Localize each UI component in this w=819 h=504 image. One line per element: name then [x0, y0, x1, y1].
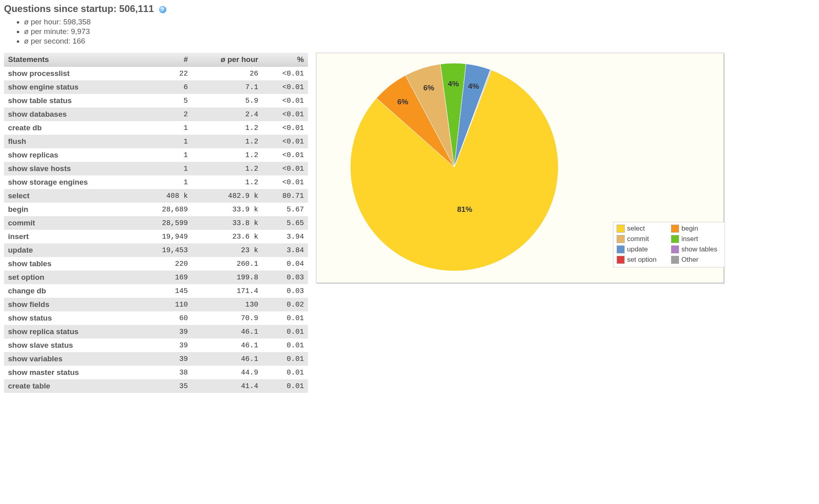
legend-item[interactable]: select: [617, 225, 667, 233]
stmt-count: 1: [140, 162, 192, 175]
stmt-percent: <0.01: [262, 67, 308, 81]
stmt-percent: <0.01: [262, 108, 308, 121]
stmt-count: 19,949: [140, 230, 192, 243]
legend-swatch: [617, 245, 625, 253]
stmt-percent: 0.02: [262, 298, 308, 311]
stmt-per-hour: 199.8: [192, 271, 262, 284]
legend-item[interactable]: insert: [671, 235, 721, 243]
col-per-hour[interactable]: ø per hour: [192, 53, 262, 67]
summary-per-hour: ø per hour: 598,358: [24, 18, 815, 26]
title-prefix: Questions since startup:: [4, 3, 119, 14]
stmt-name: show fields: [4, 298, 140, 311]
stmt-name: select: [4, 189, 140, 203]
legend-label: show tables: [681, 245, 717, 253]
stmt-count: 1: [140, 135, 192, 148]
col-percent[interactable]: %: [262, 53, 308, 67]
legend-item[interactable]: Other: [671, 256, 721, 264]
table-row: flush11.2<0.01: [4, 135, 308, 148]
stmt-name: set option: [4, 271, 140, 284]
stmt-count: 5: [140, 94, 192, 108]
stmt-per-hour: 26: [192, 67, 262, 81]
stmt-name: show variables: [4, 352, 140, 366]
stmt-per-hour: 44.9: [192, 366, 262, 379]
legend-label: begin: [681, 225, 698, 233]
stmt-per-hour: 46.1: [192, 339, 262, 352]
legend-item[interactable]: set option: [617, 256, 667, 264]
page-title: Questions since startup: 506,111 ?: [4, 3, 815, 14]
legend-label: select: [627, 225, 645, 233]
stmt-name: show tables: [4, 257, 140, 271]
legend-item[interactable]: show tables: [671, 245, 721, 253]
stmt-percent: 0.01: [262, 379, 308, 393]
table-row: commit28,59933.8 k5.65: [4, 216, 308, 230]
stmt-count: 145: [140, 284, 192, 298]
stmt-name: show engine status: [4, 80, 140, 94]
table-row: set option169199.80.03: [4, 271, 308, 284]
stmt-count: 169: [140, 271, 192, 284]
stmt-per-hour: 2.4: [192, 108, 262, 121]
stmt-percent: 0.03: [262, 284, 308, 298]
stmt-name: show replica status: [4, 325, 140, 339]
stmt-percent: <0.01: [262, 175, 308, 189]
stmt-percent: 80.71: [262, 189, 308, 203]
stmt-name: create db: [4, 121, 140, 135]
stmt-name: update: [4, 243, 140, 257]
stmt-count: 1: [140, 148, 192, 162]
stmt-count: 38: [140, 366, 192, 379]
legend-item[interactable]: update: [617, 245, 667, 253]
stmt-count: 39: [140, 339, 192, 352]
table-row: show variables3946.10.01: [4, 352, 308, 366]
stmt-per-hour: 130: [192, 298, 262, 311]
stmt-name: commit: [4, 216, 140, 230]
stmt-per-hour: 23.6 k: [192, 230, 262, 243]
stmt-count: 22: [140, 67, 192, 81]
stmt-count: 28,689: [140, 203, 192, 216]
table-row: show processlist2226<0.01: [4, 67, 308, 81]
stmt-name: create table: [4, 379, 140, 393]
stmt-name: show slave status: [4, 339, 140, 352]
stmt-percent: 3.84: [262, 243, 308, 257]
help-icon[interactable]: ?: [159, 6, 166, 13]
stmt-percent: <0.01: [262, 135, 308, 148]
chart-legend: selectbegincommitinsertupdateshow tables…: [613, 222, 725, 267]
stmt-count: 1: [140, 175, 192, 189]
stmt-percent: 0.01: [262, 366, 308, 379]
stmt-count: 39: [140, 352, 192, 366]
col-count[interactable]: #: [140, 53, 192, 67]
table-row: insert19,94923.6 k3.94: [4, 230, 308, 243]
legend-label: set option: [627, 256, 657, 264]
legend-swatch: [617, 235, 625, 243]
stmt-name: show replicas: [4, 148, 140, 162]
table-row: create table3541.40.01: [4, 379, 308, 393]
pie-chart: 81%6%6%4%4% selectbegincommitinsertupdat…: [316, 53, 724, 283]
table-row: show replica status3946.10.01: [4, 325, 308, 339]
table-row: show databases22.4<0.01: [4, 108, 308, 121]
legend-label: update: [627, 245, 648, 253]
stmt-per-hour: 171.4: [192, 284, 262, 298]
stmt-percent: 0.04: [262, 257, 308, 271]
stmt-per-hour: 5.9: [192, 94, 262, 108]
stmt-percent: <0.01: [262, 148, 308, 162]
legend-swatch: [671, 235, 679, 243]
col-statements[interactable]: Statements: [4, 53, 140, 67]
legend-label: commit: [627, 235, 649, 243]
stmt-percent: <0.01: [262, 80, 308, 94]
table-row: show master status3844.90.01: [4, 366, 308, 379]
stmt-percent: <0.01: [262, 121, 308, 135]
stmt-per-hour: 482.9 k: [192, 189, 262, 203]
table-row: show replicas11.2<0.01: [4, 148, 308, 162]
stmt-percent: 5.65: [262, 216, 308, 230]
stmt-count: 1: [140, 121, 192, 135]
table-row: show engine status67.1<0.01: [4, 80, 308, 94]
legend-item[interactable]: begin: [671, 225, 721, 233]
stmt-per-hour: 1.2: [192, 148, 262, 162]
legend-item[interactable]: commit: [617, 235, 667, 243]
statements-table: Statements # ø per hour % show processli…: [4, 53, 308, 393]
stmt-name: show slave hosts: [4, 162, 140, 175]
table-row: show fields1101300.02: [4, 298, 308, 311]
table-row: create db11.2<0.01: [4, 121, 308, 135]
stmt-per-hour: 1.2: [192, 175, 262, 189]
legend-swatch: [671, 225, 679, 233]
stmt-count: 39: [140, 325, 192, 339]
stmt-count: 19,453: [140, 243, 192, 257]
